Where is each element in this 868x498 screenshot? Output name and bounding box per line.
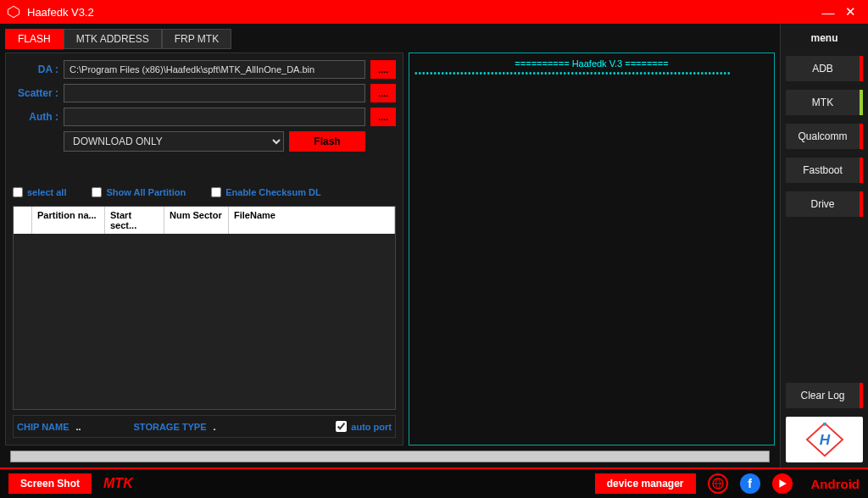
horizontal-scrollbar[interactable] [10, 451, 770, 462]
sidebar-qualcomm-button[interactable]: Qualcomm [786, 124, 863, 149]
minimize-button[interactable]: — [817, 5, 839, 19]
app-logo-icon [7, 5, 20, 19]
facebook-icon[interactable]: f [740, 473, 760, 494]
auth-browse-button[interactable]: .... [370, 108, 396, 126]
auto-port-checkbox[interactable]: auto port [336, 421, 392, 432]
show-all-partition-checkbox[interactable]: Show All Partition [92, 187, 186, 197]
globe-icon[interactable] [708, 473, 728, 494]
device-manager-button[interactable]: device manager [595, 473, 696, 494]
storage-type-value: . [214, 422, 231, 432]
mode-select[interactable]: DOWNLOAD ONLY [64, 131, 284, 152]
chip-name-label: CHIP NAME [17, 422, 70, 432]
sidebar-menu-label: menu [786, 29, 863, 47]
da-label: DA : [13, 64, 58, 75]
flash-panel: DA : .... Scatter : .... Auth : .... DOW [5, 53, 403, 445]
sidebar-clear-log-button[interactable]: Clear Log [786, 383, 863, 408]
android-label: Android [811, 477, 860, 491]
sidebar-fastboot-button[interactable]: Fastboot [786, 158, 863, 183]
youtube-icon[interactable] [772, 473, 793, 494]
log-panel: ========== Haafedk V.3 ======== ••••••••… [409, 53, 775, 445]
chip-name-value: .. [76, 422, 93, 432]
partition-table: Partition na... Start sect... Num Sector… [13, 206, 396, 410]
svg-text:H: H [819, 431, 830, 448]
app-title: Haafedk V3.2 [27, 6, 94, 19]
tab-flash[interactable]: FLASH [5, 29, 64, 49]
select-all-checkbox[interactable]: select all [13, 187, 66, 197]
tab-frp-mtk[interactable]: FRP MTK [162, 29, 231, 49]
table-header-start-sector[interactable]: Start sect... [105, 207, 164, 234]
tab-mtk-address[interactable]: MTK ADDRESS [64, 29, 162, 49]
storage-type-label: STORAGE TYPE [134, 422, 207, 432]
scatter-browse-button[interactable]: .... [370, 84, 396, 102]
brand-logo: H [786, 417, 863, 462]
scatter-label: Scatter : [13, 87, 58, 99]
current-mode-label: MTK [103, 476, 133, 491]
sidebar: menu ADB MTK Qualcomm Fastboot Drive Cle… [780, 24, 868, 468]
table-header-filename[interactable]: FileName [229, 207, 395, 234]
titlebar: Haafedk V3.2 — ✕ [0, 0, 868, 24]
close-button[interactable]: ✕ [839, 4, 861, 19]
auth-input[interactable] [64, 108, 365, 126]
tab-bar: FLASH MTK ADDRESS FRP MTK [5, 29, 775, 49]
sidebar-drive-button[interactable]: Drive [786, 191, 863, 217]
auth-label: Auth : [13, 111, 58, 123]
flash-button[interactable]: Flash [289, 131, 365, 152]
table-header-num-sector[interactable]: Num Sector [164, 207, 229, 234]
enable-checksum-checkbox[interactable]: Enable Checksum DL [211, 187, 320, 197]
log-separator: ••••••••••••••••••••••••••••••••••••••••… [415, 70, 769, 77]
sidebar-mtk-button[interactable]: MTK [786, 90, 863, 115]
scatter-input[interactable] [64, 84, 365, 102]
da-input[interactable] [64, 60, 365, 79]
screenshot-button[interactable]: Screen Shot [8, 473, 92, 494]
da-browse-button[interactable]: .... [370, 60, 396, 79]
footer: Screen Shot MTK device manager f Android [0, 468, 868, 498]
table-header-checkbox[interactable] [14, 207, 32, 234]
log-header: ========== Haafedk V.3 ======== [415, 58, 769, 69]
sidebar-adb-button[interactable]: ADB [786, 56, 863, 81]
table-header-partition-name[interactable]: Partition na... [32, 207, 105, 234]
